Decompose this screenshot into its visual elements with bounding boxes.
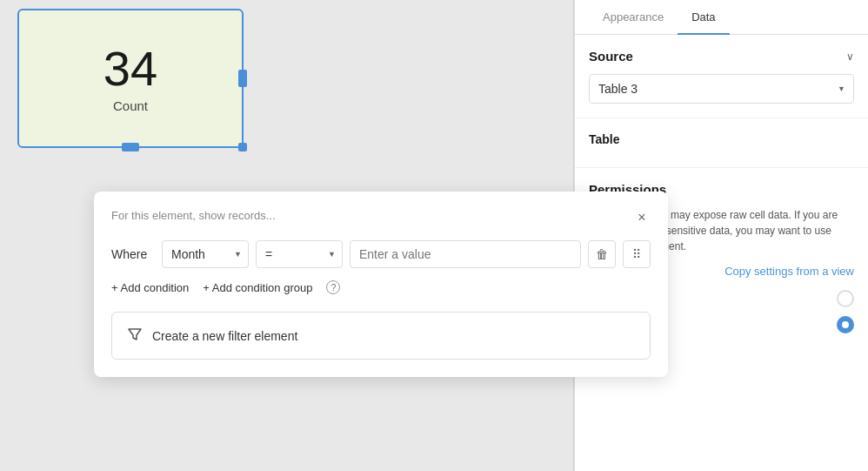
table-section: Table <box>575 118 868 168</box>
source-section: Source ∨ Table 1 Table 2 Table 3 Table 4 <box>575 35 868 118</box>
close-button[interactable]: × <box>633 209 651 226</box>
tab-data[interactable]: Data <box>678 0 729 34</box>
source-title: Source <box>589 49 633 64</box>
resize-handle-corner[interactable] <box>238 143 247 151</box>
add-condition-group-label: + Add condition group <box>203 281 312 294</box>
operator-select-wrapper[interactable]: = ≠ > < <box>256 240 343 268</box>
delete-icon: 🗑 <box>596 247 608 261</box>
value-input[interactable] <box>350 240 581 268</box>
add-condition-button[interactable]: + Add condition <box>111 281 189 294</box>
filter-element-label: Create a new filter element <box>152 329 297 343</box>
where-label: Where <box>111 247 155 261</box>
resize-handle-right[interactable] <box>238 70 247 87</box>
copy-settings-label: Copy settings from a view <box>724 265 854 278</box>
count-value: 34 <box>103 44 157 93</box>
canvas: 34 Count For this element, show records.… <box>0 0 574 471</box>
add-conditions-row: + Add condition + Add condition group ? <box>111 280 651 294</box>
records-only-radio[interactable] <box>837 290 854 307</box>
filter-modal-header: For this element, show records... × <box>111 209 651 226</box>
records-radio[interactable] <box>837 316 854 333</box>
resize-handle-bottom[interactable] <box>122 143 139 151</box>
table-section-title: Table <box>589 132 854 146</box>
drag-row-button[interactable]: ⠿ <box>623 240 651 268</box>
filter-row: Where Month Year Day = ≠ > < 🗑 <box>111 240 651 268</box>
filter-modal-title: For this element, show records... <box>111 209 276 222</box>
operator-select[interactable]: = ≠ > < <box>256 240 343 268</box>
filter-modal: For this element, show records... × Wher… <box>94 192 668 377</box>
create-filter-element-button[interactable]: Create a new filter element <box>111 312 651 360</box>
tab-data-label: Data <box>691 10 715 24</box>
tab-appearance[interactable]: Appearance <box>589 0 678 34</box>
count-widget[interactable]: 34 Count <box>17 9 244 148</box>
source-section-header[interactable]: Source ∨ <box>589 49 854 64</box>
source-chevron-icon: ∨ <box>846 50 854 63</box>
delete-row-button[interactable]: 🗑 <box>588 240 616 268</box>
tab-appearance-label: Appearance <box>603 10 664 24</box>
add-condition-group-button[interactable]: + Add condition group <box>203 281 312 294</box>
field-select-wrapper[interactable]: Month Year Day <box>162 240 249 268</box>
add-condition-label: + Add condition <box>111 281 189 294</box>
close-icon: × <box>638 210 645 225</box>
source-select-wrapper[interactable]: Table 1 Table 2 Table 3 Table 4 <box>589 74 854 104</box>
funnel-icon <box>126 325 144 347</box>
help-icon: ? <box>326 280 340 294</box>
count-label: Count <box>113 98 148 113</box>
source-select[interactable]: Table 1 Table 2 Table 3 Table 4 <box>589 74 854 104</box>
drag-icon: ⠿ <box>632 247 641 261</box>
field-select[interactable]: Month Year Day <box>162 240 249 268</box>
panel-tabs: Appearance Data <box>575 0 868 35</box>
